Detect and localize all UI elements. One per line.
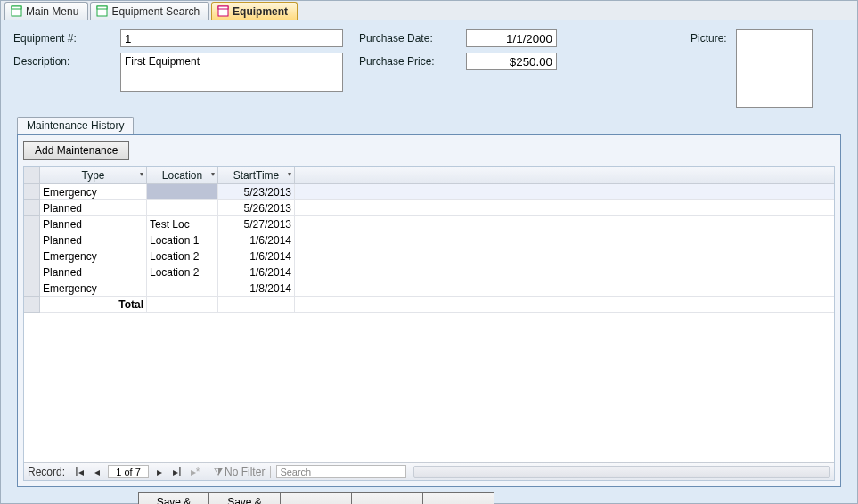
grid-search-input[interactable] [276, 465, 406, 478]
row-selector[interactable] [24, 264, 40, 280]
cell-type[interactable]: Emergency [40, 248, 147, 264]
save-close-button[interactable]: Save & Close [138, 492, 209, 504]
add-maintenance-button[interactable]: Add Maintenance [23, 141, 129, 160]
tab-label: Main Menu [26, 5, 78, 18]
equipment-no-label: Equipment #: [13, 29, 120, 45]
cell-type[interactable]: Planned [40, 216, 147, 232]
cell-type[interactable]: Planned [40, 200, 147, 216]
purchase-date-label: Purchase Date: [359, 29, 466, 45]
window-tabstrip: Main Menu Equipment Search Equipment [1, 1, 857, 20]
form-action-buttons: Save & Close Save & New Delete Cancel Pr… [138, 492, 845, 504]
svg-rect-3 [97, 6, 107, 9]
record-label: Record: [28, 466, 65, 478]
cell-starttime[interactable]: 5/26/2013 [218, 200, 295, 216]
column-header-type[interactable]: Type ▾ [40, 167, 147, 184]
save-new-button[interactable]: Save & New [209, 492, 281, 504]
nav-new-button[interactable]: ▸* [188, 465, 202, 479]
nav-next-button[interactable]: ▸ [152, 465, 167, 479]
row-selector[interactable] [24, 200, 40, 216]
svg-rect-5 [218, 6, 228, 9]
row-selector[interactable] [24, 280, 40, 297]
nav-position-field[interactable] [108, 465, 149, 478]
cell-location[interactable] [147, 200, 218, 216]
column-header-starttime[interactable]: StartTime ▾ [218, 167, 295, 184]
no-filter-label: No Filter [225, 466, 265, 478]
nav-prev-button[interactable]: ◂ [90, 465, 104, 479]
grid-total-row: Total [24, 297, 834, 313]
purchase-price-field[interactable] [466, 53, 557, 70]
column-header-filler [295, 167, 834, 184]
tab-equipment[interactable]: Equipment [211, 2, 298, 20]
tab-label: Equipment [233, 5, 288, 18]
cell-starttime[interactable]: 1/6/2014 [218, 264, 295, 280]
cell-location[interactable] [147, 280, 218, 297]
record-navigator: Record: I◂ ◂ ▸ ▸I ▸* ⧩ No Filter [24, 462, 834, 480]
chevron-down-icon[interactable]: ▾ [211, 170, 215, 178]
chevron-down-icon[interactable]: ▾ [288, 170, 291, 178]
cell-location[interactable]: Location 2 [147, 264, 218, 280]
cell-starttime[interactable]: 5/23/2013 [218, 184, 295, 200]
cell-starttime[interactable]: 5/27/2013 [218, 216, 295, 232]
chevron-down-icon[interactable]: ▾ [140, 170, 143, 178]
nav-last-button[interactable]: ▸I [170, 465, 184, 479]
nav-first-button[interactable]: I◂ [72, 465, 86, 479]
purchase-date-field[interactable] [466, 29, 557, 47]
cell-location[interactable]: Test Loc [147, 216, 218, 232]
delete-button[interactable]: Delete [281, 492, 352, 504]
table-row[interactable]: PlannedLocation 21/6/2014 [24, 264, 834, 280]
tab-main-menu[interactable]: Main Menu [4, 2, 88, 20]
maintenance-grid: Type ▾ Location ▾ StartTime ▾ [23, 166, 835, 481]
grid-corner[interactable] [24, 167, 40, 184]
cell-type[interactable]: Emergency [40, 280, 147, 297]
maintenance-history-subform: Add Maintenance Type ▾ Location ▾ [17, 134, 841, 487]
cell-location[interactable] [147, 184, 218, 200]
row-selector[interactable] [24, 184, 40, 200]
svg-rect-1 [12, 6, 21, 9]
form-icon [11, 5, 22, 17]
table-row[interactable]: Emergency5/23/2013 [24, 184, 834, 200]
cell-type[interactable]: Emergency [40, 184, 147, 200]
cell-type[interactable]: Planned [40, 232, 147, 248]
tab-equipment-search[interactable]: Equipment Search [90, 2, 209, 20]
table-row[interactable]: PlannedLocation 11/6/2014 [24, 232, 834, 248]
column-header-label: Location [162, 169, 202, 182]
grid-empty-area [24, 313, 834, 462]
table-row[interactable]: Planned5/26/2013 [24, 200, 834, 216]
cell-type[interactable]: Planned [40, 264, 147, 280]
print-button[interactable]: Print [423, 492, 494, 504]
cell-location[interactable]: Location 1 [147, 232, 218, 248]
table-row[interactable]: EmergencyLocation 21/6/2014 [24, 248, 834, 264]
column-header-label: StartTime [233, 169, 280, 182]
table-row[interactable]: Emergency1/8/2014 [24, 280, 834, 297]
cell-starttime[interactable]: 1/6/2014 [218, 232, 295, 248]
picture-label: Picture: [690, 29, 727, 108]
column-header-location[interactable]: Location ▾ [147, 167, 218, 184]
form-icon [217, 5, 229, 17]
horizontal-scrollbar[interactable] [413, 466, 830, 478]
description-label: Description: [13, 53, 120, 68]
row-selector[interactable] [24, 216, 40, 232]
cell-location[interactable]: Location 2 [147, 248, 218, 264]
cell-starttime[interactable]: 1/8/2014 [218, 280, 295, 297]
column-header-label: Type [81, 169, 104, 182]
tab-maintenance-history[interactable]: Maintenance History [17, 117, 134, 134]
cell-starttime[interactable]: 1/6/2014 [218, 248, 295, 264]
tab-label: Equipment Search [111, 5, 200, 18]
cancel-button[interactable]: Cancel [352, 492, 423, 504]
no-filter-indicator[interactable]: ⧩ No Filter [214, 466, 265, 478]
table-row[interactable]: PlannedTest Loc5/27/2013 [24, 216, 834, 232]
picture-box[interactable] [736, 29, 813, 108]
description-field[interactable] [120, 53, 343, 92]
row-selector[interactable] [24, 232, 40, 248]
row-selector[interactable] [24, 248, 40, 264]
funnel-icon: ⧩ [214, 466, 223, 478]
purchase-price-label: Purchase Price: [359, 53, 466, 68]
equipment-form: Equipment #: Purchase Date: Description:… [1, 20, 857, 504]
total-label: Total [40, 297, 147, 313]
form-icon [96, 5, 108, 17]
equipment-no-field[interactable] [120, 29, 343, 47]
